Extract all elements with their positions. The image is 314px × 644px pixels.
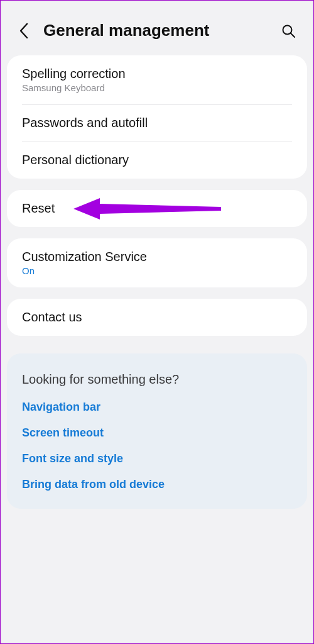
row-status: On <box>22 265 292 276</box>
spelling-correction-row[interactable]: Spelling correction Samsung Keyboard <box>7 55 307 104</box>
row-label: Passwords and autofill <box>22 116 292 130</box>
contact-us-row[interactable]: Contact us <box>7 299 307 336</box>
suggestions-title: Looking for something else? <box>22 372 292 387</box>
settings-group-3: Customization Service On <box>7 238 307 287</box>
personal-dictionary-row[interactable]: Personal dictionary <box>7 142 307 179</box>
row-sublabel: Samsung Keyboard <box>22 82 292 93</box>
suggestion-link-screen-timeout[interactable]: Screen timeout <box>22 426 292 440</box>
row-label: Personal dictionary <box>22 153 292 167</box>
suggestion-link-font-size-style[interactable]: Font size and style <box>22 452 292 465</box>
settings-screen: General management Spelling correction S… <box>1 1 313 521</box>
customization-service-row[interactable]: Customization Service On <box>7 238 307 287</box>
svg-line-1 <box>291 33 295 37</box>
suggestions-panel: Looking for something else? Navigation b… <box>7 353 307 509</box>
search-icon[interactable] <box>281 23 296 38</box>
row-label: Spelling correction <box>22 67 292 81</box>
row-label: Reset <box>22 201 292 216</box>
page-title: General management <box>43 21 267 40</box>
settings-group-4: Contact us <box>7 299 307 336</box>
suggestion-link-navigation-bar[interactable]: Navigation bar <box>22 401 292 414</box>
reset-row[interactable]: Reset <box>7 190 307 227</box>
back-icon[interactable] <box>18 22 30 40</box>
header-bar: General management <box>7 1 307 55</box>
settings-group-2: Reset <box>7 190 307 227</box>
suggestion-link-bring-data[interactable]: Bring data from old device <box>22 478 292 491</box>
settings-group-1: Spelling correction Samsung Keyboard Pas… <box>7 55 307 179</box>
passwords-autofill-row[interactable]: Passwords and autofill <box>7 104 307 142</box>
row-label: Customization Service <box>22 250 292 264</box>
row-label: Contact us <box>22 310 292 325</box>
